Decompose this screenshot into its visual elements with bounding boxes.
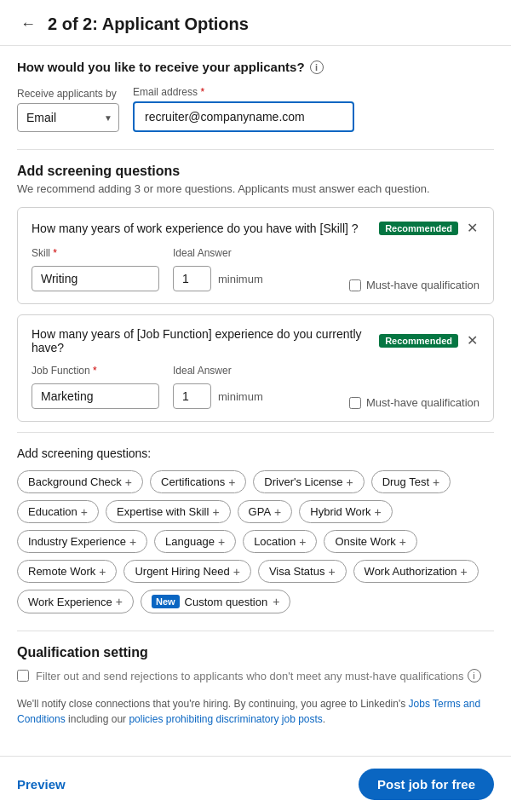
terms-text: We'll notify close connections that you'… (17, 696, 494, 727)
question-2-fields: Job Function * Ideal Answer minimum Must… (32, 365, 479, 409)
main-content: How would you like to receive your appli… (0, 46, 511, 756)
tag-urgent-hiring-need[interactable]: Urgent Hiring Need + (123, 560, 250, 583)
tag-visa-status[interactable]: Visa Status + (258, 560, 347, 583)
skill-label-1: Skill * (32, 247, 159, 259)
plus-icon: + (125, 476, 132, 488)
plus-icon: + (299, 536, 306, 548)
plus-icon: + (375, 506, 382, 518)
policy-link[interactable]: policies prohibiting discriminatory job … (129, 713, 322, 725)
receive-by-select-wrapper: Email ▼ (17, 103, 119, 132)
qualification-title: Qualification setting (17, 645, 494, 660)
email-input[interactable] (133, 101, 354, 132)
receive-by-select[interactable]: Email (17, 103, 119, 132)
screening-subtitle: We recommend adding 3 or more questions.… (17, 182, 494, 195)
must-have-checkbox-1[interactable] (349, 279, 361, 291)
divider-1 (17, 149, 494, 150)
plus-icon: + (274, 506, 281, 518)
must-have-label-2: Must-have qualification (366, 396, 479, 409)
divider-3 (17, 631, 494, 631)
question-1-fields: Skill * Ideal Answer minimum Must-have q… (32, 247, 479, 291)
tag-drug-test[interactable]: Drug Test + (371, 470, 451, 493)
close-question-2-button[interactable]: ✕ (465, 332, 479, 349)
tag-location[interactable]: Location + (243, 530, 317, 553)
plus-icon: + (328, 566, 335, 578)
question-card-2: How many years of [Job Function] experie… (17, 314, 494, 422)
receive-info-icon[interactable]: i (310, 60, 324, 74)
post-job-button[interactable]: Post job for free (359, 769, 494, 800)
plus-icon: + (346, 476, 353, 488)
tag-drivers-license[interactable]: Driver's License + (253, 470, 364, 493)
skill-field-group-1: Skill * (32, 247, 159, 291)
back-button[interactable]: ← (17, 14, 39, 35)
question-card-1-header: How many years of work experience do you… (32, 220, 479, 237)
plus-icon: + (273, 596, 279, 608)
skill-input-1[interactable] (32, 266, 159, 291)
tag-work-experience[interactable]: Work Experience + (17, 590, 134, 613)
skill-input-2[interactable] (32, 383, 159, 409)
ideal-label-1: Ideal Answer (173, 247, 263, 259)
tag-gpa[interactable]: GPA + (238, 500, 293, 523)
plus-icon: + (433, 476, 439, 488)
preview-button[interactable]: Preview (17, 770, 66, 798)
divider-2 (17, 432, 494, 433)
qual-checkbox-row: Filter out and send rejections to applic… (17, 669, 494, 682)
plus-icon: + (81, 506, 88, 518)
screening-title: Add screening questions (17, 164, 494, 179)
qual-info-icon[interactable]: i (468, 669, 481, 682)
plus-icon: + (460, 566, 467, 578)
new-badge: New (152, 595, 180, 608)
ideal-number-input-1[interactable] (173, 266, 211, 291)
plus-icon: + (129, 536, 136, 548)
recommended-badge-2: Recommended (379, 334, 458, 348)
page-header: ← 2 of 2: Applicant Options (0, 0, 511, 46)
receive-by-group: Receive applicants by Email ▼ (17, 88, 119, 132)
ideal-answer-row-2: minimum (173, 383, 263, 409)
close-question-1-button[interactable]: ✕ (465, 220, 479, 237)
recommended-badge-1: Recommended (379, 222, 458, 235)
page-footer: Preview Post job for free (0, 756, 511, 812)
plus-icon: + (212, 506, 219, 518)
minimum-label-1: minimum (218, 273, 263, 285)
back-icon: ← (20, 15, 36, 32)
tag-onsite-work[interactable]: Onsite Work + (324, 530, 416, 553)
tag-language[interactable]: Language + (154, 530, 236, 553)
question-1-text: How many years of work experience do you… (32, 222, 372, 235)
qual-checkbox[interactable] (17, 670, 29, 682)
tag-education[interactable]: Education + (17, 500, 99, 523)
plus-icon: + (99, 566, 106, 578)
tag-industry-experience[interactable]: Industry Experience + (17, 530, 147, 553)
question-2-text: How many years of [Job Function] experie… (32, 327, 372, 354)
email-group: Email address * (133, 86, 354, 132)
ideal-answer-group-2: Ideal Answer minimum (173, 365, 263, 409)
plus-icon: + (218, 536, 225, 548)
minimum-label-2: minimum (218, 390, 263, 403)
must-have-checkbox-2[interactable] (349, 397, 361, 409)
receive-question: How would you like to receive your appli… (17, 60, 494, 74)
plus-icon: + (399, 536, 406, 548)
ideal-number-input-2[interactable] (173, 383, 211, 409)
plus-icon: + (228, 476, 235, 488)
skill-label-2: Job Function * (32, 365, 159, 377)
tag-background-check[interactable]: Background Check + (17, 470, 143, 493)
must-have-group-1: Must-have qualification (349, 279, 479, 291)
receive-row: Receive applicants by Email ▼ Email addr… (17, 86, 494, 132)
tag-expertise-with-skill[interactable]: Expertise with Skill + (106, 500, 231, 523)
ideal-label-2: Ideal Answer (173, 365, 263, 377)
ideal-answer-group-1: Ideal Answer minimum (173, 247, 263, 291)
tag-certifications[interactable]: Certifications + (150, 470, 246, 493)
receive-by-label: Receive applicants by (17, 88, 119, 100)
required-star: * (200, 86, 204, 98)
skill-field-group-2: Job Function * (32, 365, 159, 409)
add-questions-label: Add screening questions: (17, 446, 494, 460)
must-have-group-2: Must-have qualification (349, 396, 479, 409)
plus-icon: + (233, 566, 240, 578)
question-card-2-header: How many years of [Job Function] experie… (32, 327, 479, 354)
qualification-section: Qualification setting Filter out and sen… (17, 645, 494, 682)
ideal-answer-row-1: minimum (173, 266, 263, 291)
tag-remote-work[interactable]: Remote Work + (17, 560, 117, 583)
plus-icon: + (116, 596, 123, 608)
tag-custom-question[interactable]: New Custom question + (141, 590, 290, 613)
tag-hybrid-work[interactable]: Hybrid Work + (299, 500, 392, 523)
tag-work-authorization[interactable]: Work Authorization + (353, 560, 479, 583)
tags-container: Background Check + Certifications + Driv… (17, 470, 494, 613)
